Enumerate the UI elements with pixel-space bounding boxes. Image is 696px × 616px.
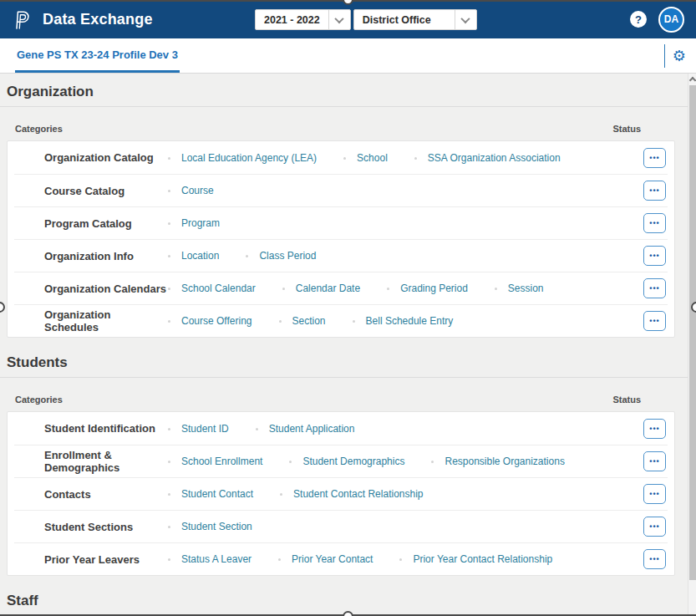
entity-link[interactable]: Student Demographics <box>289 456 404 467</box>
category-row: Student Identification Student ID Studen… <box>14 412 668 445</box>
category-row: Prior Year Leavers Status A Leaver Prior… <box>14 542 668 575</box>
category-row: Organization Schedules Course Offering S… <box>14 304 668 337</box>
section-staff: Staff <box>0 576 688 616</box>
category-name: Organization Schedules <box>44 308 168 333</box>
entity-link[interactable]: Student Contact <box>168 488 253 500</box>
entity-link[interactable]: Class Period <box>246 250 316 262</box>
category-name: Student Sections <box>44 521 168 533</box>
row-actions-button[interactable]: ••• <box>643 148 666 168</box>
category-row: Organization Info Location Class Period … <box>14 239 668 272</box>
entity-link[interactable]: Program <box>168 217 220 229</box>
category-name: Enrollment & Demographics <box>44 449 168 474</box>
section-organization: Organization Categories Status Organizat… <box>0 74 688 338</box>
entity-links: Location Class Period <box>168 250 316 262</box>
labels-row: Categories Status <box>0 124 688 135</box>
row-actions-button[interactable]: ••• <box>643 549 666 569</box>
categories-card: Student Identification Student ID Studen… <box>7 411 675 576</box>
entity-link[interactable]: Course Offering <box>168 315 252 327</box>
profile-tab-bar: Gene PS TX 23-24 Profile Dev 3 ⚙ <box>0 38 696 74</box>
status-label: Status <box>612 124 641 134</box>
school-year-select[interactable]: 2021 - 2022 <box>255 9 351 30</box>
labels-row: Categories Status <box>0 395 688 406</box>
context-chevron-box[interactable] <box>455 10 476 29</box>
header-right: ? DA <box>630 7 684 33</box>
gear-icon[interactable]: ⚙ <box>673 48 686 64</box>
entity-link[interactable]: Section <box>279 315 326 327</box>
entity-link[interactable]: Bell Schedule Entry <box>353 315 454 327</box>
entity-links: Status A Leaver Prior Year Contact Prior… <box>168 553 552 565</box>
entity-link[interactable]: Prior Year Contact Relationship <box>399 553 552 565</box>
school-year-value: 2021 - 2022 <box>256 14 328 26</box>
entity-links: Student ID Student Application <box>168 423 354 435</box>
entity-link[interactable]: Calendar Date <box>282 283 360 294</box>
entity-link[interactable]: School Enrollment <box>168 456 262 467</box>
entity-links: Student Section <box>168 521 252 532</box>
section-title: Organization <box>7 84 681 100</box>
row-actions-button[interactable]: ••• <box>643 246 666 266</box>
section-heading: Organization <box>0 74 688 107</box>
entity-link[interactable]: Local Education Agency (LEA) <box>168 152 317 164</box>
header-selects: 2021 - 2022 District Office <box>255 9 477 30</box>
chevron-down-icon <box>461 13 470 23</box>
scrollbar-thumb[interactable] <box>689 85 696 580</box>
row-actions-button[interactable]: ••• <box>643 278 666 298</box>
entity-link[interactable]: Prior Year Contact <box>278 553 373 565</box>
category-name: Contacts <box>44 488 168 501</box>
entity-link[interactable]: Status A Leaver <box>168 553 251 565</box>
row-actions-button[interactable]: ••• <box>643 451 666 471</box>
category-row: Enrollment & Demographics School Enrollm… <box>14 445 668 477</box>
category-name: Student Identification <box>44 422 168 435</box>
category-row: Organization Calendars School Calendar C… <box>14 272 668 304</box>
help-icon[interactable]: ? <box>630 11 647 28</box>
tab-active-profile[interactable]: Gene PS TX 23-24 Profile Dev 3 <box>15 38 180 73</box>
entity-links: School Enrollment Student Demographics R… <box>168 456 565 467</box>
entity-link[interactable]: Student Contact Relationship <box>280 488 423 500</box>
profile-settings-wrap: ⚙ <box>664 44 686 68</box>
entity-link[interactable]: School <box>343 152 388 164</box>
row-actions-button[interactable]: ••• <box>643 484 666 504</box>
context-select[interactable]: District Office <box>353 9 477 30</box>
crop-handle-bottom[interactable] <box>343 611 353 616</box>
crop-handle-right[interactable] <box>691 302 696 313</box>
row-actions-button[interactable]: ••• <box>643 181 666 201</box>
section-title: Students <box>7 354 681 371</box>
category-name: Organization Info <box>44 250 168 262</box>
entity-links: Course Offering Section Bell Schedule En… <box>168 315 453 327</box>
entity-link[interactable]: Student Application <box>256 423 355 435</box>
category-row: Course Catalog Course ••• <box>14 174 668 206</box>
entity-link[interactable]: Session <box>495 283 544 294</box>
categories-label: Categories <box>15 124 63 134</box>
entity-link[interactable]: SSA Organization Association <box>414 152 561 164</box>
scroll-up-icon[interactable] <box>689 77 696 84</box>
row-actions-button[interactable]: ••• <box>643 419 666 439</box>
category-row: Student Sections Student Section ••• <box>14 510 668 542</box>
category-row: Organization Catalog Local Education Age… <box>14 141 668 174</box>
entity-link[interactable]: Student Section <box>168 521 252 532</box>
category-name: Course Catalog <box>44 185 168 197</box>
entity-link[interactable]: School Calendar <box>168 283 256 294</box>
entity-links: Program <box>168 217 220 229</box>
section-heading: Students <box>0 338 688 378</box>
app-header: Data Exchange 2021 - 2022 District Offic… <box>0 0 696 38</box>
entity-link[interactable]: Student ID <box>168 423 229 435</box>
avatar[interactable]: DA <box>658 7 684 33</box>
entity-link[interactable]: Location <box>168 250 219 262</box>
section-title: Staff <box>7 593 681 609</box>
category-name: Organization Catalog <box>44 151 168 164</box>
section-students: Students Categories Status Student Ident… <box>0 338 688 576</box>
vertical-scrollbar[interactable] <box>688 74 696 616</box>
entity-link[interactable]: Responsible Organizations <box>431 456 564 467</box>
row-actions-button[interactable]: ••• <box>643 311 666 331</box>
context-value: District Office <box>354 14 455 26</box>
category-name: Organization Calendars <box>44 283 168 295</box>
entity-links: Student Contact Student Contact Relation… <box>168 488 424 500</box>
school-year-chevron-box[interactable] <box>328 10 350 29</box>
row-actions-button[interactable]: ••• <box>643 213 666 233</box>
entity-links: School Calendar Calendar Date Grading Pe… <box>168 283 544 294</box>
category-row: Program Catalog Program ••• <box>14 206 668 239</box>
app-title: Data Exchange <box>43 11 153 28</box>
row-actions-button[interactable]: ••• <box>643 517 666 537</box>
powerschool-logo-icon <box>12 8 34 31</box>
entity-link[interactable]: Course <box>168 185 214 196</box>
entity-link[interactable]: Grading Period <box>387 283 468 294</box>
